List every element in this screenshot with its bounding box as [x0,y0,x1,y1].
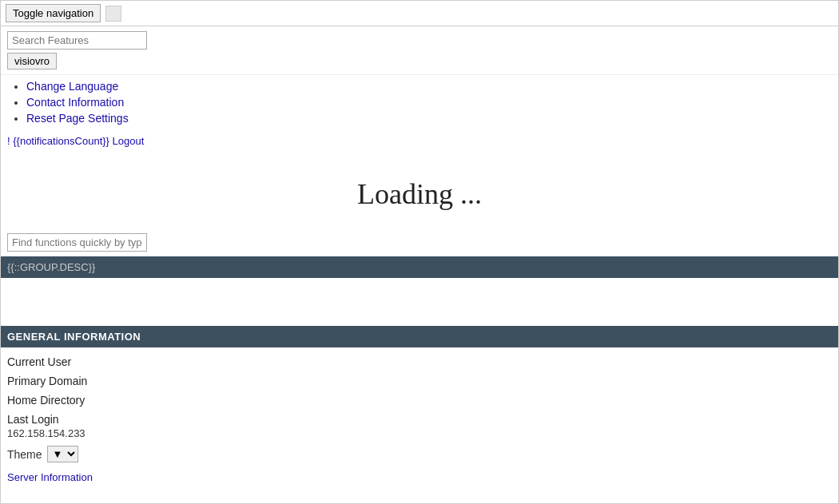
top-bar-image [105,6,121,22]
info-section: Current User Primary Domain Home Directo… [1,347,838,469]
list-item: Reset Page Settings [26,112,832,125]
loading-area: Loading ... [1,153,838,227]
theme-row: Theme ▼ [7,442,832,466]
change-language-link[interactable]: Change Language [26,80,118,93]
loading-text: Loading ... [357,178,482,210]
server-info-link[interactable]: Server Information [7,471,93,483]
last-login-ip-row: 162.158.154.233 [7,427,832,442]
home-directory-label: Home Directory [7,394,85,407]
group-desc-bar: {{::GROUP.DESC}} [1,256,838,278]
list-item: Change Language [26,80,832,93]
nav-section: visiovro [1,26,838,75]
contact-information-link[interactable]: Contact Information [26,96,124,109]
nav-links: Change Language Contact Information Rese… [1,75,838,131]
find-functions-input[interactable] [7,233,147,252]
user-button[interactable]: visiovro [7,53,57,69]
server-info-section: Server Information [1,469,838,486]
top-bar: Toggle navigation [1,1,838,26]
primary-domain-label: Primary Domain [7,375,87,387]
search-features-input[interactable] [7,31,147,50]
home-directory-row: Home Directory [7,389,832,408]
last-login-label: Last Login [7,413,59,426]
general-info-bar: GENERAL INFORMATION [1,326,838,347]
notifications-logout: ! {{notificationsCount}} Logout [1,131,838,153]
notifications-logout-link[interactable]: ! {{notificationsCount}} Logout [7,135,144,147]
group-desc-text: {{::GROUP.DESC}} [7,261,95,273]
spacer [1,278,838,326]
toggle-nav-button[interactable]: Toggle navigation [6,4,101,22]
theme-label: Theme [7,448,42,461]
list-item: Contact Information [26,96,832,109]
theme-select[interactable]: ▼ [47,446,78,462]
current-user-row: Current User [7,351,832,370]
last-login-row: Last Login [7,408,832,427]
last-login-ip: 162.158.154.233 [7,427,85,439]
reset-page-settings-link[interactable]: Reset Page Settings [26,112,129,125]
current-user-label: Current User [7,355,71,368]
general-info-header: GENERAL INFORMATION [7,331,141,343]
primary-domain-row: Primary Domain [7,370,832,389]
